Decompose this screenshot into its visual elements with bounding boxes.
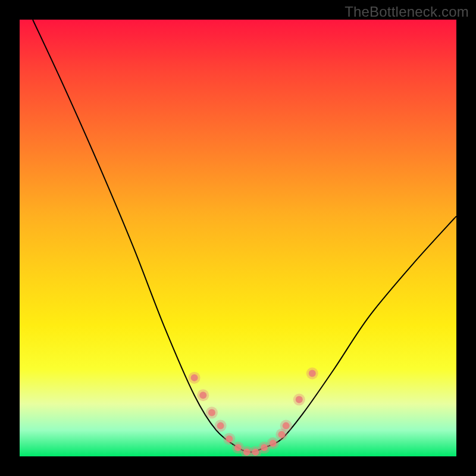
marker-dot (270, 440, 277, 447)
chart-plot-area (20, 20, 456, 456)
chart-svg (20, 20, 456, 456)
bottleneck-curve (33, 20, 456, 452)
marker-dot (208, 409, 215, 416)
marker-dot (261, 444, 268, 451)
marker-dot (296, 396, 303, 403)
chart-frame: TheBottleneck.com (0, 0, 476, 476)
marker-dot (252, 449, 259, 456)
marker-dot (283, 422, 290, 430)
curve-path (33, 20, 456, 452)
marker-dot (243, 449, 250, 456)
marker-dot (217, 422, 224, 430)
marker-dot (278, 431, 285, 438)
marker-dot (191, 374, 198, 381)
highlight-markers (189, 368, 318, 456)
marker-dot (234, 444, 242, 451)
marker-dot (199, 392, 206, 399)
marker-dot (309, 370, 316, 377)
marker-dot (226, 436, 233, 443)
watermark-text: TheBottleneck.com (345, 4, 469, 20)
